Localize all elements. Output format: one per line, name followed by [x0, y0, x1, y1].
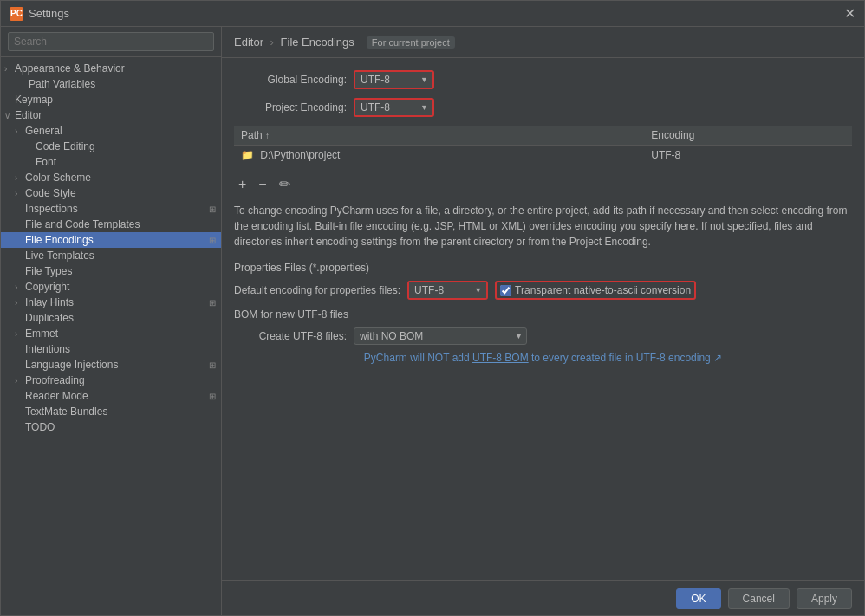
- project-encoding-select[interactable]: UTF-8 UTF-16 ISO-8859-1: [355, 100, 432, 115]
- arrow-icon: ›: [15, 189, 25, 198]
- sidebar-item-label: TODO: [25, 421, 221, 433]
- sidebar-item-font[interactable]: Font: [1, 154, 221, 170]
- cancel-button[interactable]: Cancel: [728, 588, 790, 609]
- global-encoding-select-wrapper: UTF-8 UTF-16 ISO-8859-1: [354, 70, 434, 89]
- sidebar-item-label: Emmet: [25, 327, 221, 340]
- project-encoding-select-wrapper: UTF-8 UTF-16 ISO-8859-1: [354, 98, 434, 117]
- badge-icon: ⊞: [209, 360, 216, 370]
- bom-info-text: PyCharm will NOT add UTF-8 BOM to every …: [234, 352, 852, 364]
- sidebar-item-label: File Encodings: [25, 234, 209, 246]
- sidebar-item-proofreading[interactable]: › Proofreading: [1, 373, 221, 388]
- bom-section-title: BOM for new UTF-8 files: [234, 308, 852, 321]
- arrow-icon: ›: [15, 376, 25, 386]
- apply-button[interactable]: Apply: [797, 588, 852, 609]
- sidebar-item-emmet[interactable]: › Emmet: [1, 326, 221, 341]
- sidebar: › Appearance & Behavior Path Variables K…: [1, 27, 222, 615]
- sidebar-item-label: Font: [36, 156, 221, 168]
- create-utf8-row: Create UTF-8 files: with NO BOM with BOM: [234, 327, 852, 345]
- sidebar-item-label: Inspections: [25, 203, 209, 215]
- properties-encoding-select[interactable]: UTF-8 UTF-16 ISO-8859-1: [409, 282, 486, 298]
- table-cell-encoding: UTF-8: [644, 146, 852, 165]
- sidebar-item-label: Live Templates: [25, 250, 221, 262]
- properties-encoding-select-wrapper: UTF-8 UTF-16 ISO-8859-1: [407, 281, 488, 300]
- sidebar-item-intentions[interactable]: Intentions: [1, 341, 221, 357]
- sidebar-item-live-templates[interactable]: Live Templates: [1, 248, 221, 263]
- project-badge: For current project: [367, 36, 455, 49]
- create-utf8-label: Create UTF-8 files:: [234, 330, 347, 342]
- sidebar-item-label: File Types: [25, 265, 221, 277]
- ok-button[interactable]: OK: [676, 588, 720, 609]
- sidebar-item-label: Appearance & Behavior: [15, 62, 221, 75]
- project-encoding-row: Project Encoding: UTF-8 UTF-16 ISO-8859-…: [234, 98, 852, 117]
- sidebar-item-file-encodings[interactable]: File Encodings ⊞: [1, 232, 221, 248]
- arrow-icon: ›: [15, 329, 25, 339]
- arrow-icon: ›: [15, 282, 25, 292]
- sidebar-item-label: File and Code Templates: [25, 218, 221, 230]
- transparent-native-label: Transparent native-to-ascii conversion: [515, 284, 691, 296]
- edit-button[interactable]: ✏: [275, 174, 295, 194]
- remove-button[interactable]: −: [254, 175, 270, 194]
- breadcrumb-root: Editor: [234, 36, 263, 49]
- arrow-icon: ›: [15, 126, 25, 136]
- bom-section: BOM for new UTF-8 files Create UTF-8 fil…: [234, 308, 852, 364]
- sidebar-item-general[interactable]: › General: [1, 123, 221, 139]
- properties-section-title: Properties Files (*.properties): [234, 262, 852, 274]
- sidebar-item-label: Proofreading: [25, 374, 221, 386]
- sidebar-search-container: [1, 27, 221, 57]
- title-bar-left: PC Settings: [10, 7, 69, 21]
- sidebar-item-file-code-templates[interactable]: File and Code Templates: [1, 217, 221, 232]
- sidebar-item-file-types[interactable]: File Types: [1, 263, 221, 279]
- badge-icon: ⊞: [209, 392, 216, 401]
- table-row[interactable]: 📁 D:\Python\project UTF-8: [234, 146, 852, 165]
- window-title: Settings: [29, 7, 69, 20]
- sidebar-item-label: Path Variables: [29, 78, 221, 90]
- badge-icon: ⊞: [209, 236, 216, 245]
- close-button[interactable]: ✕: [844, 5, 855, 22]
- sidebar-item-path-variables[interactable]: Path Variables: [1, 76, 221, 92]
- table-col-path[interactable]: Path: [234, 126, 644, 146]
- app-icon: PC: [10, 7, 23, 21]
- sidebar-item-label: General: [25, 125, 221, 137]
- create-utf8-select-wrapper: with NO BOM with BOM: [354, 327, 527, 345]
- sidebar-item-inlay-hints[interactable]: › Inlay Hints ⊞: [1, 295, 221, 310]
- sidebar-item-todo[interactable]: TODO: [1, 419, 221, 435]
- transparent-native-checkbox[interactable]: [500, 285, 511, 296]
- badge-icon: ⊞: [209, 298, 216, 308]
- path-value: D:\Python\project: [260, 149, 340, 161]
- breadcrumb-separator: ›: [270, 36, 277, 49]
- properties-encoding-row: Default encoding for properties files: U…: [234, 281, 852, 300]
- project-encoding-label: Project Encoding:: [234, 101, 347, 113]
- add-button[interactable]: +: [234, 175, 250, 194]
- sidebar-item-duplicates[interactable]: Duplicates: [1, 310, 221, 326]
- sidebar-item-reader-mode[interactable]: Reader Mode ⊞: [1, 388, 221, 404]
- sidebar-item-label: Keymap: [15, 94, 221, 106]
- sidebar-item-keymap[interactable]: Keymap: [1, 92, 221, 107]
- global-encoding-select[interactable]: UTF-8 UTF-16 ISO-8859-1: [355, 72, 432, 88]
- sidebar-item-inspections[interactable]: Inspections ⊞: [1, 201, 221, 217]
- transparent-native-checkbox-group: Transparent native-to-ascii conversion: [495, 281, 696, 300]
- badge-icon: ⊞: [209, 204, 216, 214]
- folder-icon: 📁: [241, 149, 254, 161]
- sidebar-item-code-editing[interactable]: Code Editing: [1, 139, 221, 154]
- main-footer: OK Cancel Apply: [222, 580, 864, 615]
- properties-encoding-label: Default encoding for properties files:: [234, 284, 400, 296]
- sidebar-item-label: Reader Mode: [25, 390, 209, 402]
- sidebar-item-label: TextMate Bundles: [25, 405, 221, 418]
- search-input[interactable]: [8, 32, 214, 51]
- collapse-arrow-icon: ∨: [4, 111, 15, 120]
- sidebar-item-language-injections[interactable]: Language Injections ⊞: [1, 357, 221, 373]
- sidebar-item-editor[interactable]: ∨ Editor: [1, 107, 221, 123]
- sidebar-item-textmate-bundles[interactable]: TextMate Bundles: [1, 404, 221, 419]
- sidebar-item-label: Copyright: [25, 281, 221, 293]
- table-toolbar: + − ✏: [234, 174, 852, 194]
- breadcrumb: Editor › File Encodings: [234, 36, 354, 49]
- arrow-icon: ›: [4, 64, 15, 74]
- bom-info-link[interactable]: UTF-8 BOM: [472, 352, 529, 364]
- sidebar-item-code-style[interactable]: › Code Style: [1, 185, 221, 201]
- sidebar-item-copyright[interactable]: › Copyright: [1, 279, 221, 295]
- encoding-value: UTF-8: [651, 149, 680, 161]
- create-utf8-select[interactable]: with NO BOM with BOM: [354, 327, 527, 345]
- sidebar-item-label: Duplicates: [25, 312, 221, 324]
- sidebar-item-appearance[interactable]: › Appearance & Behavior: [1, 61, 221, 76]
- sidebar-item-color-scheme[interactable]: › Color Scheme: [1, 170, 221, 185]
